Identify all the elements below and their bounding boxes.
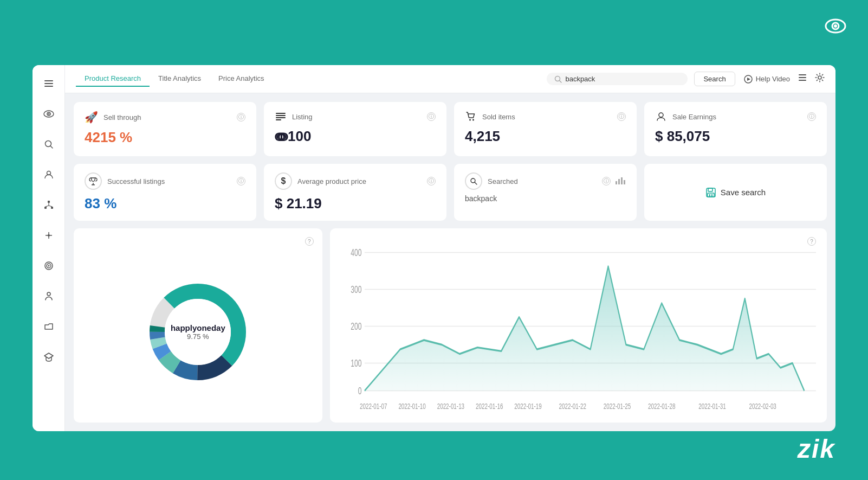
save-search-label: Save search (721, 188, 766, 197)
svg-rect-12 (48, 201, 50, 203)
successful-listings-card: Successful listings ⓘ 83 % (74, 164, 256, 221)
area-chart-svg: 400 300 200 100 0 (341, 248, 816, 414)
sale-earnings-info-icon[interactable]: ⓘ (807, 112, 816, 121)
play-circle-icon (744, 75, 753, 84)
avg-price-card: $ Average product price ⓘ $ 21.19 (264, 164, 446, 221)
svg-text:100: 100 (351, 358, 361, 369)
search-box (547, 73, 688, 85)
save-icon (705, 187, 716, 198)
svg-point-20 (48, 234, 50, 236)
svg-point-39 (472, 119, 474, 121)
sell-through-info-icon[interactable]: ⓘ (237, 113, 245, 121)
svg-point-63 (165, 299, 231, 365)
sold-items-card: Sold items ⓘ 4,215 (454, 102, 637, 156)
donut-info-icon[interactable]: ? (305, 237, 314, 246)
successful-listings-header: Successful listings ⓘ (85, 172, 245, 190)
svg-point-2 (834, 24, 837, 28)
sidebar-person-icon[interactable] (39, 286, 59, 306)
sidebar-tools-icon[interactable] (39, 226, 59, 245)
svg-rect-4 (44, 83, 53, 84)
area-chart-info-icon[interactable]: ? (807, 237, 816, 246)
svg-point-24 (47, 292, 50, 296)
sale-earnings-card: Sale Earnings ⓘ $ 85,075 (644, 102, 827, 156)
chart-icon[interactable] (615, 176, 626, 187)
svg-text:2022-01-10: 2022-01-10 (398, 401, 425, 411)
area-chart-container: 400 300 200 100 0 (341, 248, 816, 414)
tab-price-analytics[interactable]: Price Analytics (210, 71, 273, 87)
svg-text:2022-01-07: 2022-01-07 (360, 401, 387, 411)
sold-items-value: 4,215 (465, 128, 626, 145)
avg-price-header: $ Average product price ⓘ (275, 172, 436, 190)
searched-term: backpack (465, 194, 626, 203)
svg-rect-13 (44, 207, 47, 209)
successful-listings-title: Successful listings (107, 177, 165, 185)
tab-product-research[interactable]: Product Research (76, 71, 150, 87)
svg-text:0: 0 (358, 386, 361, 396)
successful-listings-value: 83 % (85, 195, 245, 212)
sidebar-folder-icon[interactable] (39, 317, 59, 336)
sidebar-search-icon[interactable] (39, 135, 59, 154)
svg-rect-3 (44, 80, 53, 81)
svg-line-16 (46, 206, 49, 207)
listing-info-icon[interactable]: ⓘ (427, 112, 436, 121)
svg-text:400: 400 (351, 248, 361, 258)
sell-through-card: 🚀 Sell through ⓘ 4215 % (74, 102, 256, 156)
sale-earnings-header: Sale Earnings ⓘ (655, 111, 816, 123)
donut-container: happlyoneday 9.75 % (82, 250, 314, 414)
svg-rect-53 (711, 194, 712, 196)
search-area: Search (547, 72, 735, 86)
sell-through-title: Sell through (103, 113, 141, 121)
search-box-icon (554, 75, 562, 83)
svg-point-8 (48, 113, 49, 115)
searched-info-icon[interactable]: ⓘ (602, 177, 611, 185)
nav-right: Help Video (744, 73, 825, 85)
svg-text:2022-01-16: 2022-01-16 (476, 401, 503, 411)
metrics-row-2: Successful listings ⓘ 83 % $ Average pro… (74, 164, 827, 221)
searched-header: Searched ⓘ (465, 172, 626, 190)
svg-text:2022-01-25: 2022-01-25 (603, 401, 630, 411)
sale-earnings-title: Sale Earnings (672, 113, 716, 121)
svg-rect-5 (44, 86, 53, 87)
successful-listings-info-icon[interactable]: ⓘ (237, 177, 245, 185)
sidebar-target-icon[interactable] (39, 256, 59, 276)
settings-icon[interactable] (815, 73, 825, 85)
svg-point-40 (659, 113, 663, 117)
searched-title: Searched (488, 177, 518, 185)
sold-items-header: Sold items ⓘ (465, 111, 626, 123)
sell-through-header: 🚀 Sell through ⓘ (85, 111, 245, 124)
search-icon-circle (465, 172, 482, 190)
svg-rect-52 (709, 194, 710, 196)
sold-items-info-icon[interactable]: ⓘ (617, 112, 626, 121)
sidebar-graduate-icon[interactable] (39, 347, 59, 367)
svg-line-10 (50, 146, 53, 148)
svg-rect-51 (708, 193, 714, 197)
svg-text:2022-01-31: 2022-01-31 (698, 401, 726, 411)
avg-price-info-icon[interactable]: ⓘ (427, 177, 436, 185)
svg-text:2022-01-22: 2022-01-22 (559, 401, 586, 411)
svg-rect-32 (799, 80, 806, 81)
svg-text:2022-02-03: 2022-02-03 (749, 401, 776, 411)
trophy-icon-circle (85, 172, 102, 190)
donut-chart-card: ? (74, 228, 322, 423)
metrics-row-1: 🚀 Sell through ⓘ 4215 % (74, 102, 827, 156)
save-search-button[interactable]: Save search (705, 187, 766, 198)
brand-eye-icon (825, 15, 846, 41)
sale-earnings-value: $ 85,075 (655, 128, 816, 145)
sidebar-menu-icon[interactable] (39, 74, 59, 93)
sidebar-eye-icon[interactable] (39, 104, 59, 124)
list-view-icon[interactable] (798, 73, 807, 85)
svg-rect-36 (276, 117, 286, 118)
search-input[interactable] (565, 75, 673, 83)
dashboard: 🚀 Sell through ⓘ 4215 % (65, 93, 835, 431)
save-search-card: Save search (644, 164, 827, 221)
svg-text:2022-01-13: 2022-01-13 (437, 401, 464, 411)
sidebar-hierarchy-icon[interactable] (39, 195, 59, 215)
help-video-button[interactable]: Help Video (744, 75, 790, 84)
svg-rect-47 (621, 177, 623, 184)
dollar-icon-circle: $ (275, 172, 292, 190)
svg-text:200: 200 (351, 321, 361, 332)
tab-title-analytics[interactable]: Title Analytics (150, 71, 210, 87)
svg-rect-37 (276, 119, 281, 120)
sidebar-account-icon[interactable] (39, 165, 59, 184)
search-button[interactable]: Search (694, 72, 735, 86)
